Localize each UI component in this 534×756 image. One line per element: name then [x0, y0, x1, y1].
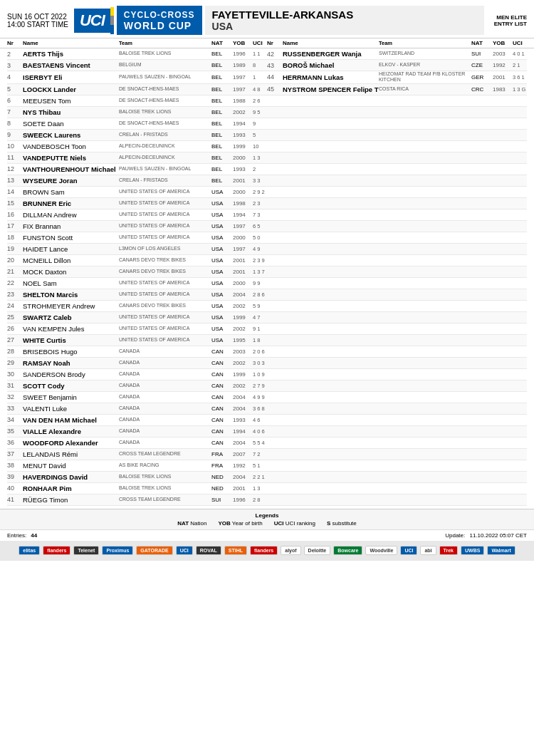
table-row: 4 ISERBYT Eli PAUWELS SAUZEN - BINGOAL B… — [7, 71, 527, 84]
footer-info: Entries: 44 Update: 11.10.2022 05:07 CET — [0, 529, 534, 541]
entry-nat: BEL — [211, 143, 233, 150]
entry-uci: 4 6 — [253, 417, 267, 423]
entry-yob: 2002 — [233, 383, 253, 389]
entry-nr: 20 — [7, 257, 23, 264]
sponsor-logo: ROVAL — [196, 546, 221, 555]
entry-yob: 2000 — [233, 155, 253, 161]
entry-name: STROHMEYER Andrew — [23, 302, 119, 310]
entry-nat: BEL — [211, 155, 233, 161]
entry-uci: 1 8 — [253, 337, 267, 343]
entry-uci: 1 — [253, 74, 267, 81]
entry-yob: 1983 — [493, 86, 513, 93]
entry-name: FUNSTON Scott — [23, 234, 119, 242]
entry-nr: 18 — [7, 234, 23, 241]
entry-nr: 33 — [7, 405, 23, 412]
table-row: 29 RAMSAY Noah CANADA CAN 2002 3 0 3 — [7, 358, 527, 369]
entry-name: DILLMAN Andrew — [23, 211, 119, 219]
right-columns: Nr Name Team NAT YOB UCI — [267, 40, 527, 46]
entry-uci: 9 — [253, 120, 267, 127]
entry-team: ALPECIN-DECEUNINCK — [119, 143, 211, 149]
sponsor-logo: Telenet — [73, 546, 99, 555]
entry-uci: 2 8 — [253, 497, 267, 503]
entry-yob: 1992 — [233, 462, 253, 469]
entries-count: 44 — [31, 532, 37, 539]
entry-nat: BEL — [211, 120, 233, 127]
table-row: 34 VAN DEN HAM Michael CANADA CAN 1993 4… — [7, 415, 527, 426]
entry-nr: 16 — [7, 211, 23, 218]
event-category: MEN ELITE ENTRY LIST — [484, 6, 527, 35]
entry-yob: 1999 — [233, 371, 253, 378]
entry-yob: 2001 — [233, 257, 253, 264]
entry-name: RAMSAY Noah — [23, 359, 119, 367]
col-team-left: Team — [119, 40, 211, 46]
event-type: CYCLO-CROSS — [124, 10, 195, 20]
entry-nat: FRA — [211, 462, 233, 469]
entry-nat: BEL — [211, 177, 233, 184]
legend-item: UCI UCI ranking — [274, 520, 315, 527]
entry-name: RUSSENBERGER Wanja — [283, 50, 379, 58]
entry-yob: 2001 — [233, 269, 253, 275]
entry-name: HERRMANN Lukas — [283, 73, 379, 81]
entry-nr: 8 — [7, 120, 23, 127]
entry-yob: 1992 — [493, 62, 513, 68]
entry-name: BRISEBOIS Hugo — [23, 348, 119, 356]
entry-yob: 1996 — [233, 51, 253, 57]
entry-name: HAIDET Lance — [23, 245, 119, 253]
entry-uci: 2 3 9 — [253, 257, 267, 264]
entry-nr: 38 — [7, 462, 23, 469]
entry-nr: 35 — [7, 428, 23, 435]
entry-uci: 7 2 — [253, 451, 267, 457]
entry-yob: 2002 — [233, 360, 253, 366]
entry-team: CANARS DEVO TREK BIKES — [119, 269, 211, 274]
entry-uci: 3 6 1 — [513, 74, 527, 81]
entry-yob: 2003 — [493, 51, 513, 57]
entry-nat: BEL — [211, 166, 233, 172]
col-nat-left: NAT — [211, 40, 233, 46]
entry-yob: 2002 — [233, 109, 253, 115]
entry-team: UNITED STATES OF AMERICA — [119, 189, 211, 195]
event-location: FAYETTEVILLE-ARKANSAS USA — [205, 6, 484, 35]
entry-team: CROSS TEAM LEGENDRE — [119, 451, 211, 457]
entry-team: CANARS DEVO TREK BIKES — [119, 257, 211, 263]
col-yob-left: YOB — [233, 40, 253, 46]
entry-name: SWEET Benjamin — [23, 393, 119, 401]
entry-nat: CAN — [211, 383, 233, 389]
table-row: 38 MENUT David AS BIKE RACING FRA 1992 5… — [7, 460, 527, 472]
col-name-left: Name — [23, 40, 119, 46]
entry-nr: 44 — [267, 73, 283, 81]
sponsor-logo: UWBS — [461, 546, 484, 555]
entry-nat: USA — [211, 189, 233, 195]
sponsor-logo: Woodville — [365, 546, 397, 555]
entry-nat: BEL — [211, 132, 233, 138]
entry-name: RONHAAR Pim — [23, 485, 119, 492]
table-row: 5 LOOCKX Lander DE SNOACT-HENS-MAES BEL … — [7, 84, 527, 95]
entry-name: ISERBYT Eli — [23, 73, 119, 81]
entry-nat: CAN — [211, 348, 233, 355]
sponsor-logo: Proximus — [102, 546, 133, 555]
table-row: 9 SWEECK Laurens CRELAN - FRISTADS BEL 1… — [7, 130, 527, 141]
table-row: 41 RÜEGG Timon CROSS TEAM LEGENDRE SUI 1… — [7, 494, 527, 506]
entry-yob: 2001 — [493, 74, 513, 81]
entry-name: LELANDAIS Rémi — [23, 450, 119, 458]
legends-section: Legends NAT NationYOB Year of birthUCI U… — [0, 509, 534, 529]
entry-uci: 8 — [253, 62, 267, 68]
entry-uci: 9 5 — [253, 109, 267, 115]
entry-nr: 3 — [7, 62, 23, 69]
entry-yob: 2004 — [233, 474, 253, 480]
entry-name: SHELTON Marcis — [23, 291, 119, 299]
entry-uci: 2 1 — [513, 62, 527, 68]
legend-item: YOB Year of birth — [218, 520, 262, 527]
col-uci-left: UCI — [253, 40, 267, 46]
col-uci-right: UCI — [513, 40, 527, 46]
entry-name: LOOCKX Lander — [23, 86, 119, 93]
table-row: 2 AERTS Thijs BALOISE TREK LIONS BEL 199… — [7, 48, 527, 60]
entry-team: HEIZOMAT RAD TEAM P/B KLOSTER KITCHEN — [379, 71, 471, 83]
entry-uci: 1 1 — [253, 51, 267, 57]
sponsor-logo: STIHL — [224, 546, 247, 555]
entry-nat: USA — [211, 326, 233, 332]
entry-team: BALOISE TREK LIONS — [119, 474, 211, 480]
sponsor-logo: alyof — [281, 546, 300, 555]
entry-team: DE SNOACT-HENS-MAES — [119, 98, 211, 103]
update-info: Update: 11.10.2022 05:07 CET — [445, 532, 527, 539]
table-row: 12 VANTHOURENHOUT Michael PAUWELS SAUZEN… — [7, 164, 527, 175]
